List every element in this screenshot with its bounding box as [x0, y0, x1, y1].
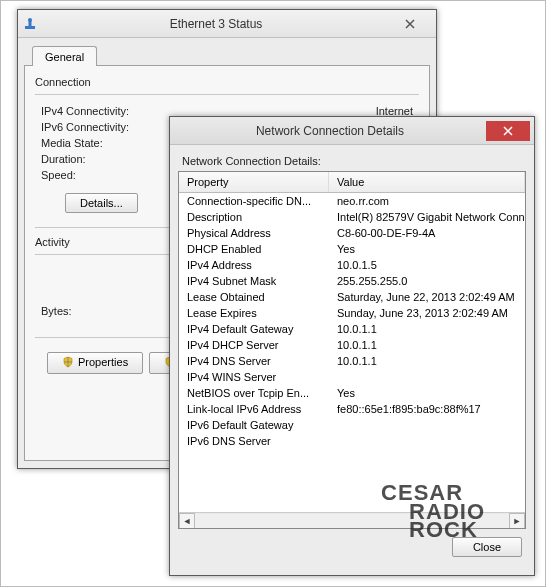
table-row[interactable]: Physical AddressC8-60-00-DE-F9-4A	[179, 225, 525, 241]
details-button[interactable]: Details...	[65, 193, 138, 213]
cell-value: Intel(R) 82579V Gigabit Network Connect	[329, 210, 525, 224]
cell-value	[329, 418, 525, 432]
cell-value: 10.0.1.1	[329, 322, 525, 336]
row-label: Duration:	[41, 153, 86, 165]
close-button[interactable]: Close	[452, 537, 522, 557]
cell-property: NetBIOS over Tcpip En...	[179, 386, 329, 400]
scroll-left-arrow[interactable]: ◄	[179, 513, 195, 529]
cell-property: IPv4 DHCP Server	[179, 338, 329, 352]
table-row[interactable]: IPv4 Subnet Mask255.255.255.0	[179, 273, 525, 289]
cell-property: IPv4 Default Gateway	[179, 322, 329, 336]
cell-property: IPv4 DNS Server	[179, 354, 329, 368]
table-row[interactable]: IPv4 Default Gateway10.0.1.1	[179, 321, 525, 337]
cell-property: Lease Obtained	[179, 290, 329, 304]
header-property[interactable]: Property	[179, 172, 329, 192]
status-close-button[interactable]	[388, 14, 432, 34]
details-table-body[interactable]: Connection-specific DN...neo.rr.comDescr…	[179, 193, 525, 512]
table-row[interactable]: DescriptionIntel(R) 82579V Gigabit Netwo…	[179, 209, 525, 225]
table-row[interactable]: Lease ObtainedSaturday, June 22, 2013 2:…	[179, 289, 525, 305]
table-row[interactable]: IPv6 DNS Server	[179, 433, 525, 449]
status-title: Ethernet 3 Status	[44, 17, 388, 31]
details-table-header[interactable]: Property Value	[179, 172, 525, 193]
network-icon	[22, 16, 38, 32]
cell-property: IPv4 Address	[179, 258, 329, 272]
row-label: IPv4 Connectivity:	[41, 105, 129, 117]
tab-general[interactable]: General	[32, 46, 97, 66]
cell-property: Physical Address	[179, 226, 329, 240]
connection-group-label: Connection	[35, 76, 419, 88]
table-row[interactable]: Connection-specific DN...neo.rr.com	[179, 193, 525, 209]
cell-value: 10.0.1.1	[329, 354, 525, 368]
details-close-button[interactable]	[486, 121, 530, 141]
cell-property: Lease Expires	[179, 306, 329, 320]
cell-property: IPv4 WINS Server	[179, 370, 329, 384]
cell-value: 10.0.1.5	[329, 258, 525, 272]
cell-value: Saturday, June 22, 2013 2:02:49 AM	[329, 290, 525, 304]
cell-value: C8-60-00-DE-F9-4A	[329, 226, 525, 240]
svg-rect-0	[25, 26, 35, 29]
table-row[interactable]: IPv4 DHCP Server10.0.1.1	[179, 337, 525, 353]
cell-property: IPv6 Default Gateway	[179, 418, 329, 432]
cell-property: Description	[179, 210, 329, 224]
cell-value: neo.rr.com	[329, 194, 525, 208]
details-titlebar[interactable]: Network Connection Details	[170, 117, 534, 145]
table-row[interactable]: IPv4 WINS Server	[179, 369, 525, 385]
cell-value: fe80::65e1:f895:ba9c:88f%17	[329, 402, 525, 416]
shield-icon	[62, 356, 74, 370]
cell-value: Sunday, June 23, 2013 2:02:49 AM	[329, 306, 525, 320]
table-row[interactable]: NetBIOS over Tcpip En...Yes	[179, 385, 525, 401]
details-title: Network Connection Details	[174, 124, 486, 138]
details-list-label: Network Connection Details:	[182, 155, 522, 167]
row-label: IPv6 Connectivity:	[41, 121, 129, 133]
cell-value	[329, 434, 525, 448]
cell-value: Yes	[329, 242, 525, 256]
details-table: Property Value Connection-specific DN...…	[178, 171, 526, 529]
table-row[interactable]: Link-local IPv6 Addressfe80::65e1:f895:b…	[179, 401, 525, 417]
header-value[interactable]: Value	[329, 172, 525, 192]
row-label: Media State:	[41, 137, 103, 149]
svg-point-2	[28, 18, 32, 22]
status-titlebar[interactable]: Ethernet 3 Status	[18, 10, 436, 38]
table-row[interactable]: IPv4 Address10.0.1.5	[179, 257, 525, 273]
cell-value: 255.255.255.0	[329, 274, 525, 288]
scroll-track[interactable]	[195, 514, 509, 528]
horizontal-scrollbar[interactable]: ◄ ►	[179, 512, 525, 528]
table-row[interactable]: IPv4 DNS Server10.0.1.1	[179, 353, 525, 369]
table-row[interactable]: DHCP EnabledYes	[179, 241, 525, 257]
table-row[interactable]: IPv6 Default Gateway	[179, 417, 525, 433]
cell-value	[329, 370, 525, 384]
cell-value: 10.0.1.1	[329, 338, 525, 352]
cell-property: Connection-specific DN...	[179, 194, 329, 208]
cell-property: DHCP Enabled	[179, 242, 329, 256]
cell-value: Yes	[329, 386, 525, 400]
properties-button[interactable]: Properties	[47, 352, 143, 374]
row-label: Speed:	[41, 169, 76, 181]
cell-property: Link-local IPv6 Address	[179, 402, 329, 416]
table-row[interactable]: Lease ExpiresSunday, June 23, 2013 2:02:…	[179, 305, 525, 321]
bytes-label: Bytes:	[41, 305, 72, 317]
cell-property: IPv4 Subnet Mask	[179, 274, 329, 288]
network-details-window: Network Connection Details Network Conne…	[169, 116, 535, 576]
cell-property: IPv6 DNS Server	[179, 434, 329, 448]
scroll-right-arrow[interactable]: ►	[509, 513, 525, 529]
